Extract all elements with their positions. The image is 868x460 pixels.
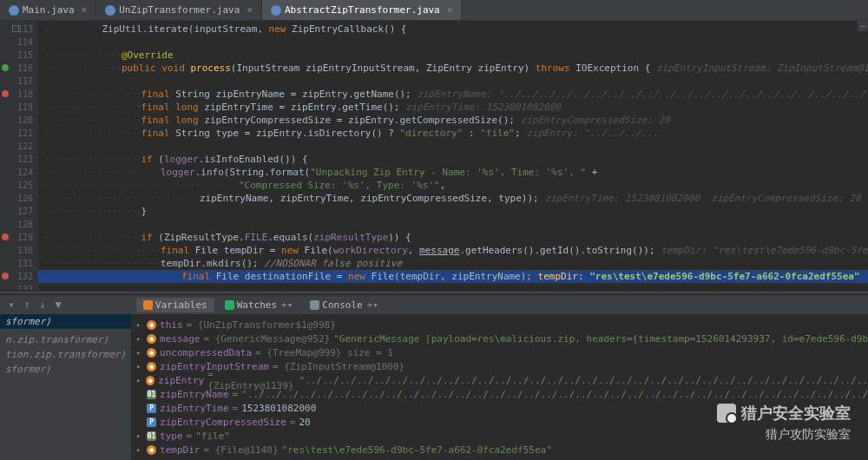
tab-console[interactable]: Console+▾ xyxy=(303,298,385,312)
java-icon xyxy=(9,5,19,16)
tab-watches[interactable]: Watches+▾ xyxy=(218,298,300,312)
frames-toolbar: ▾ ↑ ↓ ▼ xyxy=(0,295,131,314)
code-area[interactable]: ············ZipUtil.iterate(inputStream,… xyxy=(38,21,868,290)
tab-main-java[interactable]: Main.java× xyxy=(0,0,96,20)
collapse-icon[interactable]: — xyxy=(858,21,868,31)
dropdown-icon[interactable]: ▾ xyxy=(5,299,17,311)
frames-list[interactable]: sformer)n.zip.transformer)tion.zip.trans… xyxy=(0,314,131,460)
wechat-icon xyxy=(717,404,736,423)
close-icon[interactable]: × xyxy=(447,4,453,16)
tab-label: Main.java xyxy=(23,4,75,16)
line-gutter: 113-114115116117118119120121122123124125… xyxy=(0,21,38,290)
tab-label: Console xyxy=(322,299,362,311)
watches-icon xyxy=(225,300,234,310)
watermark-text: 猎户安全实验室 xyxy=(741,403,851,424)
tab-label: Variables xyxy=(155,299,207,311)
tab-label: UnZipTransformer.java xyxy=(119,4,240,16)
up-icon[interactable]: ↑ xyxy=(21,299,33,311)
java-icon xyxy=(271,5,281,16)
filter-icon[interactable]: ▼ xyxy=(52,299,64,311)
watermark: 猎户安全实验室 猎户攻防实验室 xyxy=(717,403,851,443)
tab-unzip-java[interactable]: UnZipTransformer.java× xyxy=(96,0,262,20)
frames-panel: ▾ ↑ ↓ ▼ sformer)n.zip.transformer)tion.z… xyxy=(0,295,131,460)
close-icon[interactable]: × xyxy=(82,4,88,16)
tab-abstract-java[interactable]: AbstractZipTransformer.java× xyxy=(262,0,462,20)
tab-label: AbstractZipTransformer.java xyxy=(285,4,440,16)
close-icon[interactable]: × xyxy=(247,4,253,16)
watermark-subtext: 猎户攻防实验室 xyxy=(717,427,851,443)
java-icon xyxy=(105,5,115,16)
editor-tabs: Main.java× UnZipTransformer.java× Abstra… xyxy=(0,0,868,21)
tab-variables[interactable]: Variables xyxy=(136,298,214,312)
tab-label: Watches xyxy=(237,299,277,311)
variables-icon xyxy=(143,300,153,310)
add-icon[interactable]: +▾ xyxy=(281,299,293,311)
down-icon[interactable]: ↓ xyxy=(36,299,49,311)
add-icon[interactable]: +▾ xyxy=(367,299,378,311)
debug-tabs: Variables Watches+▾ Console+▾ xyxy=(131,295,868,314)
code-editor[interactable]: 113-114115116117118119120121122123124125… xyxy=(0,21,868,290)
console-icon xyxy=(310,300,319,310)
